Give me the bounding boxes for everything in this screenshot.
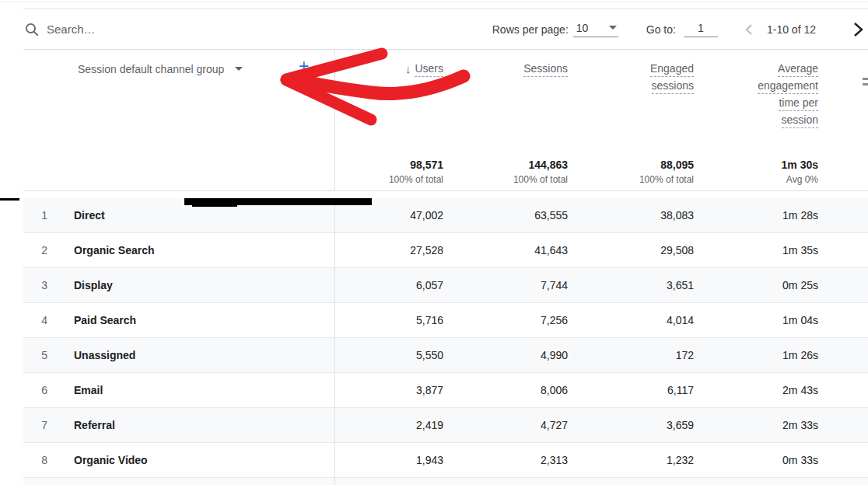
engaged-header-line[interactable]: sessions [652, 80, 694, 94]
avg-time-header-line[interactable]: time per [779, 97, 818, 111]
channel-name: Direct [51, 209, 334, 222]
row-index: 7 [23, 419, 51, 431]
sessions-header-label[interactable]: Sessions [523, 63, 568, 77]
go-to-page-input[interactable] [684, 22, 718, 37]
row-index: 4 [23, 314, 51, 326]
users-header-label[interactable]: Users [415, 63, 443, 77]
users-value: 2,419 [334, 408, 443, 442]
engaged-value: 4,014 [568, 314, 694, 326]
avg-time-value: 1m 35s [694, 244, 818, 256]
sessions-value: 8,006 [443, 384, 568, 396]
engaged-value: 38,083 [568, 209, 694, 222]
users-value: 1,943 [334, 443, 443, 477]
search-bar [25, 23, 280, 37]
channel-name: Display [51, 279, 334, 291]
dimension-dropdown[interactable]: Session default channel group [78, 63, 224, 75]
users-value: 5,716 [334, 303, 443, 337]
sort-descending-icon[interactable]: ↓ [405, 63, 411, 75]
users-column-header: ↓ Users [334, 50, 443, 155]
avg-time-total: 1m 30s [694, 158, 818, 172]
table-row: 1 Direct 47,002 63,555 38,083 1m 28s [23, 198, 868, 233]
dimension-header-cell: Session default channel group [23, 50, 334, 155]
channel-name: Organic Video [51, 454, 334, 466]
table-row: 7 Referral 2,419 4,727 3,659 2m 33s [23, 408, 868, 443]
channel-name: Email [51, 384, 334, 396]
table-toolbar: Rows per page: 10 Go to: 1-10 of 12 [23, 9, 868, 50]
engaged-header-line[interactable]: Engaged [650, 63, 694, 77]
users-total-sub: 100% of total [335, 173, 443, 186]
row-index: 5 [23, 349, 51, 361]
black-redaction-bar-notch [192, 204, 237, 207]
row-index: 2 [23, 244, 51, 256]
users-total-cell: 98,571 100% of total [334, 155, 443, 190]
sessions-value: 4,990 [443, 349, 568, 361]
table-row-partial [23, 478, 868, 485]
table-row: 2 Organic Search 27,528 41,643 29,508 1m… [23, 233, 868, 268]
previous-page-button[interactable] [744, 23, 754, 36]
avg-engagement-time-column-header: Average engagement time per session [694, 50, 818, 155]
avg-time-value: 2m 43s [694, 384, 818, 396]
channel-name: Paid Search [51, 314, 334, 326]
engaged-total: 88,095 [568, 158, 694, 172]
black-redaction-line [0, 198, 19, 201]
analytics-table-page: Rows per page: 10 Go to: 1-10 of 12 Se [0, 0, 868, 485]
users-total: 98,571 [335, 158, 443, 172]
dimension-chevron-down-icon[interactable] [235, 67, 243, 71]
sessions-value: 63,555 [443, 209, 568, 222]
channel-name: Organic Search [51, 244, 334, 256]
table-row: 5 Unassigned 5,550 4,990 172 1m 26s [23, 338, 868, 373]
sessions-value: 7,256 [443, 314, 568, 326]
search-icon [25, 23, 39, 37]
avg-time-header-line[interactable]: Average [778, 63, 818, 77]
table-row: 8 Organic Video 1,943 2,313 1,232 0m 33s [23, 443, 868, 478]
top-divider [0, 2, 868, 2]
channel-name: Referral [51, 419, 334, 431]
avg-time-value: 0m 25s [694, 279, 818, 291]
engaged-value: 3,651 [568, 279, 694, 291]
avg-time-total-cell: 1m 30s Avg 0% [694, 155, 818, 190]
pagination-range: 1-10 of 12 [767, 23, 816, 36]
avg-time-value: 1m 04s [694, 314, 818, 326]
avg-time-value: 2m 33s [694, 419, 818, 431]
engaged-total-sub: 100% of total [568, 173, 694, 186]
sessions-value: 2,313 [443, 454, 568, 466]
users-value: 6,057 [334, 268, 443, 302]
row-index: 1 [23, 209, 51, 222]
sessions-total: 144,863 [443, 158, 568, 172]
chevron-down-icon [609, 26, 617, 30]
avg-time-value: 1m 28s [694, 209, 818, 222]
sessions-column-header: Sessions [443, 50, 568, 155]
table-header-row: Session default channel group ↓ Users Se… [23, 50, 868, 155]
engaged-value: 172 [568, 349, 694, 361]
pagination-controls: Rows per page: 10 Go to: 1-10 of 12 [492, 22, 864, 37]
channel-name: Unassigned [51, 349, 334, 361]
avg-time-header-line[interactable]: engagement [758, 80, 818, 94]
sessions-total-sub: 100% of total [443, 173, 568, 186]
rows-per-page-select[interactable]: 10 [573, 22, 618, 37]
engaged-value: 3,659 [568, 419, 694, 431]
cutoff-column-fragment [863, 78, 868, 80]
table-row: 4 Paid Search 5,716 7,256 4,014 1m 04s [23, 303, 868, 338]
table-body: 1 Direct 47,002 63,555 38,083 1m 28s 2 O… [23, 198, 868, 485]
engaged-value: 1,232 [568, 454, 694, 466]
avg-time-header-line[interactable]: session [782, 114, 818, 128]
engaged-value: 6,117 [568, 384, 694, 396]
sessions-value: 41,643 [443, 244, 568, 256]
rows-per-page-label: Rows per page: [492, 23, 569, 36]
table-row: 6 Email 3,877 8,006 6,117 2m 43s [23, 373, 868, 408]
add-dimension-button[interactable]: + [299, 58, 309, 75]
engaged-total-cell: 88,095 100% of total [568, 155, 694, 190]
users-value: 5,550 [334, 338, 443, 372]
table-row: 3 Display 6,057 7,744 3,651 0m 25s [23, 268, 868, 303]
go-to-label: Go to: [646, 23, 676, 36]
row-index: 6 [23, 384, 51, 396]
next-page-button[interactable] [852, 22, 864, 37]
search-input[interactable] [47, 23, 280, 36]
avg-time-value: 1m 26s [694, 349, 818, 361]
rows-per-page-value: 10 [576, 22, 589, 34]
chevron-left-icon [744, 23, 754, 36]
engaged-value: 29,508 [568, 244, 694, 256]
row-index: 8 [23, 454, 51, 466]
row-index: 3 [23, 279, 51, 291]
avg-time-value: 0m 33s [694, 454, 818, 466]
